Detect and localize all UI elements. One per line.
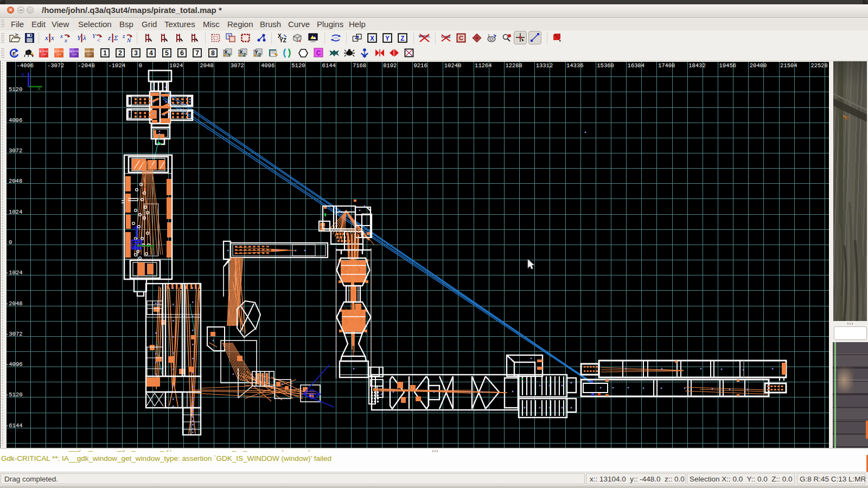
svg-text:-2048: -2048 (5, 300, 23, 307)
svg-text:0: 0 (139, 62, 142, 69)
svg-text:-1024: -1024 (5, 269, 23, 276)
svg-text:12288: 12288 (505, 62, 522, 69)
svg-text:17408: 17408 (658, 62, 675, 69)
svg-text:20480: 20480 (750, 62, 767, 69)
svg-text:11264: 11264 (475, 62, 492, 69)
svg-text:5120: 5120 (9, 86, 22, 93)
svg-text:19456: 19456 (719, 62, 737, 69)
svg-text:21504: 21504 (780, 62, 797, 69)
svg-text:7168: 7168 (353, 62, 366, 69)
svg-text:-6144: -6144 (5, 422, 23, 429)
svg-text:-3072: -3072 (5, 331, 23, 337)
svg-text:15360: 15360 (597, 62, 614, 69)
svg-text:10240: 10240 (444, 62, 462, 69)
svg-text:Y: Y (132, 226, 136, 232)
svg-text:14336: 14336 (566, 62, 584, 69)
svg-text:-3072: -3072 (47, 62, 65, 69)
svg-text:X: X (150, 246, 154, 252)
svg-text:18432: 18432 (688, 62, 706, 69)
svg-text:Y: Y (21, 72, 25, 79)
svg-text:16384: 16384 (628, 62, 645, 69)
svg-text:X: X (37, 86, 41, 92)
svg-text:1024: 1024 (9, 209, 22, 215)
svg-text:9216: 9216 (414, 62, 427, 69)
svg-text:4096: 4096 (261, 62, 275, 69)
svg-text:4096: 4096 (9, 117, 22, 124)
svg-text:23552: 23552 (841, 62, 859, 69)
svg-text:13312: 13312 (536, 62, 553, 69)
svg-text:5120: 5120 (291, 62, 305, 69)
svg-text:-2048: -2048 (78, 62, 95, 69)
svg-text:1024: 1024 (169, 62, 183, 69)
svg-text:8192: 8192 (383, 62, 397, 69)
svg-text:2048: 2048 (200, 62, 213, 69)
svg-text:2048: 2048 (9, 178, 22, 184)
svg-text:0: 0 (9, 239, 12, 246)
svg-text:22528: 22528 (810, 62, 828, 69)
svg-text:-4096: -4096 (5, 361, 23, 368)
svg-text:-5120: -5120 (5, 391, 23, 398)
svg-text:6144: 6144 (322, 62, 336, 69)
svg-text:3072: 3072 (9, 147, 22, 154)
svg-text:-4096: -4096 (17, 62, 34, 69)
svg-text:3072: 3072 (231, 62, 244, 69)
svg-text:-1024: -1024 (108, 62, 126, 69)
